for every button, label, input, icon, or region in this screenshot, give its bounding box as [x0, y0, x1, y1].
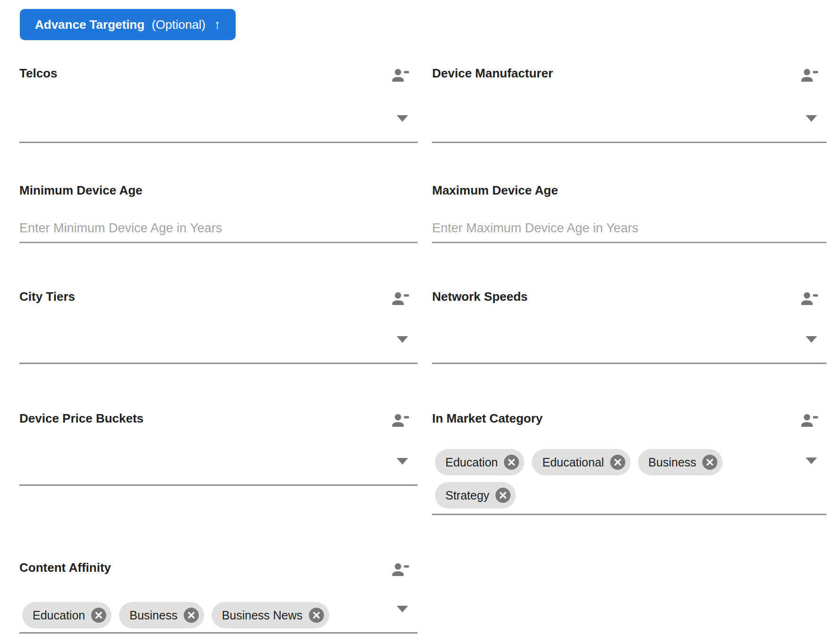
dropdown-arrow-icon[interactable]	[806, 115, 817, 122]
dropdown-arrow-icon[interactable]	[397, 115, 408, 122]
person-remove-icon[interactable]	[392, 562, 410, 577]
in-market-category-label: In Market Category	[432, 410, 543, 426]
chip-educational: Educational	[532, 449, 631, 475]
content-affinity-label: Content Affinity	[19, 559, 111, 576]
dropdown-arrow-icon[interactable]	[806, 336, 817, 343]
person-remove-icon[interactable]	[392, 413, 410, 428]
chip-education: Education	[435, 449, 524, 475]
button-label-optional: (Optional)	[152, 17, 205, 32]
city-tiers-label: City Tiers	[19, 288, 75, 305]
chip-label: Education	[33, 609, 85, 622]
person-remove-icon[interactable]	[392, 291, 410, 306]
chip-remove-button[interactable]	[495, 488, 511, 503]
field-maximum-device-age: Maximum Device Age	[432, 182, 826, 243]
field-in-market-category: In Market Category Education Educational	[432, 410, 826, 515]
field-content-affinity: Content Affinity Education Business	[19, 559, 418, 634]
chip-remove-button[interactable]	[184, 608, 199, 623]
dropdown-arrow-icon[interactable]	[397, 458, 408, 465]
maximum-device-age-input[interactable]	[432, 199, 826, 243]
chip-business: Business	[119, 602, 204, 628]
device-price-buckets-label: Device Price Buckets	[19, 410, 144, 426]
chip-business-news: Business News	[212, 602, 329, 628]
field-device-manufacturer: Device Manufacturer	[432, 65, 826, 143]
chip-remove-button[interactable]	[702, 455, 717, 470]
button-label: Advance Targeting	[35, 17, 145, 32]
chip-remove-button[interactable]	[610, 455, 625, 470]
person-remove-icon[interactable]	[392, 68, 410, 83]
chip-remove-button[interactable]	[309, 608, 324, 623]
field-device-price-buckets: Device Price Buckets	[19, 410, 418, 486]
chip-remove-button[interactable]	[91, 608, 106, 623]
chip-business: Business	[638, 449, 723, 475]
field-telcos: Telcos	[19, 65, 418, 143]
device-price-buckets-select[interactable]	[19, 427, 418, 486]
dropdown-arrow-icon[interactable]	[806, 458, 817, 464]
telcos-select[interactable]	[19, 82, 418, 143]
city-tiers-select[interactable]	[19, 305, 418, 364]
person-remove-icon[interactable]	[801, 413, 819, 428]
field-city-tiers: City Tiers	[19, 288, 418, 364]
in-market-category-select[interactable]: Education Educational Business	[432, 427, 826, 515]
advance-targeting-toggle-button[interactable]: Advance Targeting (Optional) ↑	[20, 9, 236, 40]
content-affinity-select[interactable]: Education Business Business News	[19, 576, 418, 634]
field-network-speeds: Network Speeds	[432, 288, 826, 364]
chip-strategy: Strategy	[435, 482, 516, 508]
chip-label: Strategy	[445, 489, 489, 502]
device-manufacturer-select[interactable]	[432, 82, 826, 143]
telcos-label: Telcos	[19, 65, 57, 81]
chip-label: Business	[129, 609, 177, 622]
person-remove-icon[interactable]	[801, 68, 819, 83]
minimum-device-age-input[interactable]	[19, 199, 418, 243]
chip-label: Educational	[542, 456, 604, 469]
chip-label: Education	[445, 456, 498, 469]
advance-targeting-panel: Advance Targeting (Optional) ↑ Telcos De…	[0, 0, 835, 634]
dropdown-arrow-icon[interactable]	[397, 336, 408, 343]
field-minimum-device-age: Minimum Device Age	[19, 182, 418, 243]
device-manufacturer-label: Device Manufacturer	[432, 65, 553, 81]
arrow-up-icon: ↑	[214, 18, 221, 31]
minimum-device-age-label: Minimum Device Age	[19, 182, 143, 198]
maximum-device-age-label: Maximum Device Age	[432, 182, 558, 198]
network-speeds-select[interactable]	[432, 305, 826, 364]
dropdown-arrow-icon[interactable]	[397, 606, 408, 612]
chip-education: Education	[22, 602, 111, 628]
chip-label: Business News	[222, 609, 303, 622]
chip-label: Business	[648, 456, 696, 469]
network-speeds-label: Network Speeds	[432, 288, 528, 305]
person-remove-icon[interactable]	[801, 291, 819, 306]
chip-remove-button[interactable]	[504, 455, 519, 470]
